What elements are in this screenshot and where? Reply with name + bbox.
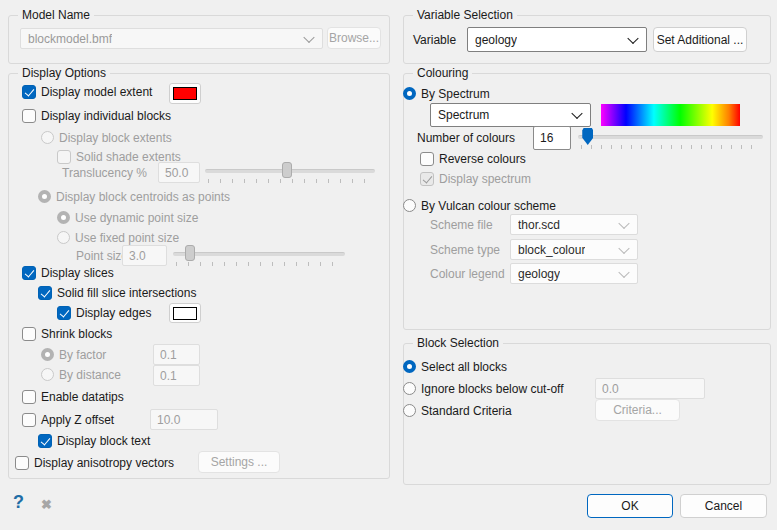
display-individual-blocks-label: Display individual blocks	[41, 109, 171, 123]
by-factor-label: By factor	[59, 348, 106, 362]
ignore-blocks-row: Ignore blocks below cut-off	[403, 381, 564, 396]
slider-thumb[interactable]	[582, 128, 593, 145]
block-model-display-dialog: Model Name blockmodel.bmf Browse... Disp…	[0, 0, 777, 530]
anisotropy-settings-button: Settings ...	[198, 451, 280, 473]
select-all-blocks-radio[interactable]	[403, 360, 416, 373]
model-name-group-title: Model Name	[18, 8, 94, 22]
use-fixed-point-size-label: Use fixed point size	[75, 231, 179, 245]
point-size-label: Point size	[76, 249, 128, 263]
ignore-blocks-label: Ignore blocks below cut-off	[421, 382, 564, 396]
standard-criteria-label: Standard Criteria	[421, 404, 512, 418]
variable-selection-group-title: Variable Selection	[413, 8, 517, 22]
use-dynamic-point-size-radio	[57, 211, 70, 224]
by-distance-input	[153, 365, 200, 386]
display-block-centroids-radio	[38, 190, 51, 203]
shrink-blocks-checkbox[interactable]	[22, 327, 36, 341]
display-spectrum-row: Display spectrum	[420, 171, 531, 186]
model-extent-colour-swatch	[173, 87, 197, 100]
solid-shade-extents-checkbox	[57, 150, 71, 164]
by-vulcan-colour-scheme-row: By Vulcan colour scheme	[403, 198, 556, 213]
display-edges-label: Display edges	[76, 306, 151, 320]
display-individual-blocks-checkbox[interactable]	[22, 109, 36, 123]
solid-fill-slice-intersections-checkbox[interactable]	[38, 286, 52, 300]
scheme-file-combobox: thor.scd	[510, 214, 638, 235]
use-dynamic-point-size-row: Use dynamic point size	[57, 210, 198, 225]
close-icon[interactable]: ✖	[41, 497, 52, 512]
by-factor-radio	[41, 348, 54, 361]
standard-criteria-row: Standard Criteria	[403, 403, 512, 418]
display-slices-label: Display slices	[41, 266, 114, 280]
enable-datatips-label: Enable datatips	[41, 390, 124, 404]
spectrum-combobox[interactable]: Spectrum	[430, 103, 591, 127]
display-slices-checkbox[interactable]	[22, 266, 36, 280]
block-selection-group-title: Block Selection	[413, 336, 503, 350]
slider-thumb	[282, 162, 292, 178]
by-distance-row: By distance	[41, 367, 121, 382]
display-spectrum-checkbox	[420, 172, 434, 186]
scheme-file-label: Scheme file	[430, 218, 493, 232]
chevron-down-icon	[571, 108, 582, 119]
display-slices-row: Display slices	[22, 265, 114, 280]
colour-legend-value: geology	[518, 267, 560, 281]
reverse-colours-label: Reverse colours	[439, 152, 526, 166]
by-factor-row: By factor	[41, 347, 106, 362]
variable-value: geology	[475, 33, 517, 47]
colour-legend-combobox: geology	[510, 263, 638, 284]
ok-button[interactable]: OK	[587, 494, 673, 518]
by-spectrum-label: By Spectrum	[421, 87, 490, 101]
display-individual-blocks-row: Display individual blocks	[22, 108, 171, 123]
display-model-extent-row: Display model extent	[22, 84, 152, 99]
scheme-file-value: thor.scd	[518, 218, 560, 232]
slider-ticks	[581, 145, 760, 149]
apply-z-offset-row: Apply Z offset	[22, 412, 114, 427]
cancel-button[interactable]: Cancel	[680, 494, 767, 518]
by-vulcan-colour-scheme-radio[interactable]	[403, 199, 416, 212]
chevron-down-icon	[618, 217, 629, 228]
edges-colour-button[interactable]	[169, 303, 201, 323]
display-block-extents-radio	[41, 131, 54, 144]
standard-criteria-radio[interactable]	[403, 404, 416, 417]
scheme-type-value: block_colour	[518, 243, 585, 257]
display-block-centroids-row: Display block centroids as points	[38, 189, 230, 204]
model-extent-colour-button[interactable]	[169, 83, 201, 104]
reverse-colours-row: Reverse colours	[420, 151, 526, 166]
chevron-down-icon	[303, 31, 314, 42]
display-anisotropy-vectors-label: Display anisotropy vectors	[34, 456, 174, 470]
slider-ticks	[176, 262, 342, 266]
help-icon[interactable]: ?	[13, 492, 24, 513]
slider-track	[173, 252, 345, 256]
display-spectrum-label: Display spectrum	[439, 172, 531, 186]
cutoff-input	[595, 378, 705, 399]
enable-datatips-row: Enable datatips	[22, 389, 124, 404]
variable-combobox[interactable]: geology	[467, 27, 647, 52]
display-block-text-checkbox[interactable]	[38, 434, 52, 448]
criteria-button: Criteria...	[595, 399, 680, 421]
set-additional-button[interactable]: Set Additional ...	[653, 27, 747, 52]
model-file-value: blockmodel.bmf	[28, 32, 112, 46]
display-edges-checkbox[interactable]	[57, 306, 71, 320]
display-anisotropy-vectors-checkbox[interactable]	[15, 456, 29, 470]
display-model-extent-label: Display model extent	[41, 85, 152, 99]
slider-track	[578, 135, 763, 139]
slider-thumb	[185, 245, 195, 261]
ignore-blocks-radio[interactable]	[403, 382, 416, 395]
point-size-slider	[173, 244, 345, 266]
number-of-colours-input[interactable]	[533, 126, 571, 150]
number-of-colours-slider[interactable]	[578, 127, 763, 149]
by-factor-input	[153, 344, 200, 365]
edges-colour-swatch	[173, 307, 197, 320]
scheme-type-combobox: block_colour	[510, 239, 638, 260]
by-distance-radio	[41, 368, 54, 381]
point-size-input	[122, 245, 167, 266]
apply-z-offset-checkbox[interactable]	[22, 413, 36, 427]
by-spectrum-radio[interactable]	[403, 87, 416, 100]
chevron-down-icon	[627, 32, 638, 43]
display-block-centroids-label: Display block centroids as points	[56, 190, 230, 204]
model-file-combobox: blockmodel.bmf	[20, 28, 323, 49]
solid-fill-slice-intersections-row: Solid fill slice intersections	[38, 285, 196, 300]
spectrum-value: Spectrum	[438, 108, 489, 122]
display-model-extent-checkbox[interactable]	[22, 85, 36, 99]
translucency-label: Translucency %	[62, 166, 147, 180]
reverse-colours-checkbox[interactable]	[420, 152, 434, 166]
enable-datatips-checkbox[interactable]	[22, 390, 36, 404]
